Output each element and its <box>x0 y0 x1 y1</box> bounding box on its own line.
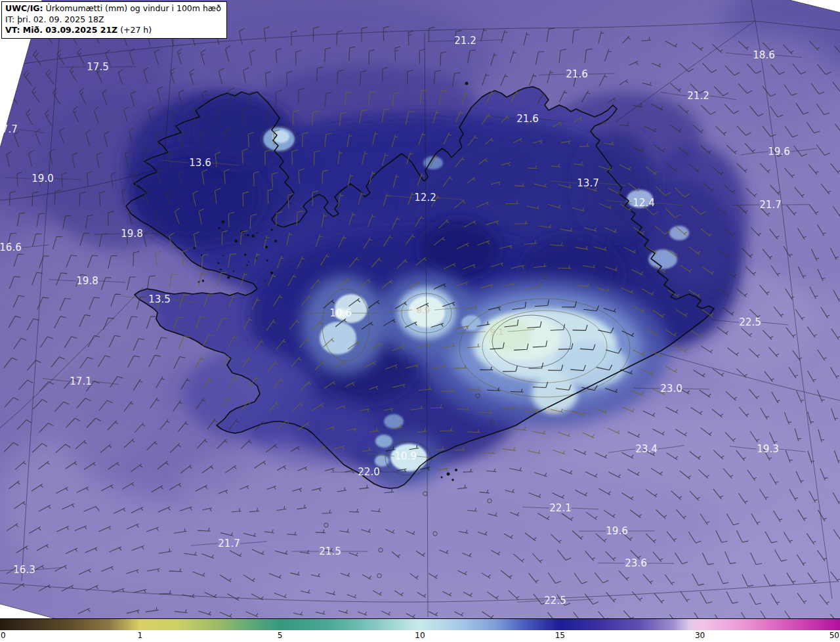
precipitation-colorbar: 01510153050 <box>0 618 840 642</box>
colorbar-tick-labels: 01510153050 <box>0 630 840 641</box>
map-init-time: IT: þri. 02. 09. 2025 18Z <box>5 14 221 26</box>
map-valid-time: VT: Mið. 03.09.2025 21Z (+27 h) <box>5 25 221 36</box>
map-title-line1: UWC/IG: Úrkomumætti (mm) og vindur i 100… <box>5 3 221 14</box>
colorbar-tick-label: 10 <box>415 631 425 640</box>
colorbar-tick-label: 50 <box>830 631 839 640</box>
precipitation-wind-map-canvas <box>0 0 840 642</box>
colorbar-tick-label: 0 <box>1 631 6 640</box>
colorbar-tick-label: 5 <box>278 631 283 640</box>
colorbar-tick-label: 30 <box>695 631 705 640</box>
weather-map: 21.218.617.521.621.221.617.713.619.619.0… <box>0 0 840 642</box>
colorbar-tick-label: 1 <box>138 631 143 640</box>
map-title-box: UWC/IG: Úrkomumætti (mm) og vindur i 100… <box>1 1 227 39</box>
colorbar-tick-label: 15 <box>555 631 565 640</box>
colorbar-gradient <box>0 619 840 630</box>
